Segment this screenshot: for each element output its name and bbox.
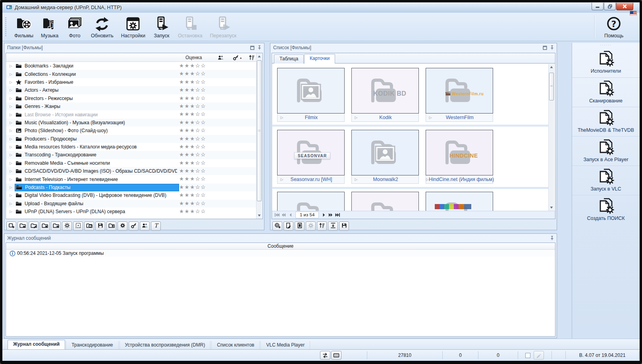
page-last-button[interactable] [334,212,341,218]
expand-arrow-icon[interactable]: ▷ [7,202,15,206]
log-row[interactable]: 00:56:24 2021-12-05 Запуск программы [6,250,555,257]
maximize-panel-icon[interactable] [543,46,547,50]
card-expand-arrow-icon[interactable]: ▷ [278,116,286,119]
folder-tree-item[interactable]: ▷ Favorites - Избранные ★★★☆☆ [6,78,256,86]
card-expand-arrow-icon[interactable]: ▷ [352,116,361,119]
page-next-button[interactable] [320,212,327,218]
list-save-button[interactable] [339,221,349,231]
users-filter-icon[interactable] [218,54,224,61]
media-card[interactable]: KODIK BD ▷Kodik [351,68,419,122]
list-align-button[interactable] [328,221,338,231]
scroll-down-button[interactable] [256,213,262,218]
folders-save-button[interactable] [95,221,105,231]
key-filter-icon[interactable]: ▲ [233,54,242,61]
folder-tree-item[interactable]: ▷ Upload - Входящие файлы ★★★☆☆ [6,200,256,208]
folders-selection-button[interactable] [73,221,83,231]
folders-list-header[interactable]: Оценка ▲ [6,53,262,62]
expand-arrow-icon[interactable]: ▷ [7,64,15,68]
toolbar-button-server-start[interactable]: Запуск [150,14,174,39]
titlebar[interactable]: Домашний медиа-сервер (UPnP, DLNA, HTTP) [2,2,640,13]
folder-tree-item[interactable]: ▷ Bookmarks - Закладки ★★★☆☆ [6,62,256,70]
toolbar-button-films-folder[interactable]: Фильмы [11,14,37,39]
language-flag-icon[interactable] [630,11,637,15]
rating-stars[interactable]: ★★★☆☆ [179,70,206,77]
rating-stars[interactable]: ★★★☆☆ [179,151,206,158]
list-web-add-button[interactable] [272,221,282,231]
rating-stars[interactable]: ★★★☆☆ [179,208,206,214]
rating-stars[interactable]: ★★★☆☆ [179,192,206,198]
cards-scrollbar[interactable] [548,64,554,211]
rating-stars[interactable]: ★★★☆☆ [179,79,206,85]
expand-arrow-icon[interactable]: ▷ [7,161,15,165]
expand-arrow-icon[interactable]: ▷ [7,137,15,141]
rating-stars[interactable]: ★★★☆☆ [179,175,206,182]
media-card-partial[interactable] [277,192,345,212]
scroll-thumb[interactable] [549,73,554,100]
folder-tree-item[interactable]: ▷ Internet Television - Интернет телевид… [6,175,256,183]
minimize-button[interactable] [592,3,603,10]
pin-icon[interactable] [257,45,262,50]
expand-arrow-icon[interactable]: ▷ [7,96,15,100]
bottom-tab-2[interactable]: Устройства воспроизведения (DMR) [120,341,211,349]
list-page-button[interactable] [295,221,305,231]
rating-stars[interactable]: ★★★☆☆ [179,184,206,190]
expand-arrow-icon[interactable]: ▷ [7,169,15,173]
page-next2-button[interactable] [327,212,334,218]
rating-stars[interactable]: ★★★☆☆ [179,111,206,117]
media-card[interactable]: ▷Moonwalk2 [351,130,419,184]
pin-icon[interactable] [550,236,554,241]
scroll-thumb[interactable] [257,60,262,201]
folders-folder-refresh-button[interactable] [84,221,94,231]
folders-folder-export-button[interactable] [106,221,116,231]
folders-folder-move-button[interactable] [51,221,61,231]
expand-arrow-icon[interactable]: ▷ [7,193,15,197]
sidebar-action-3[interactable]: Запуск в Ace Player [572,136,640,166]
bottom-tab-1[interactable]: Транскодирование [66,341,118,349]
media-card-partial[interactable] [426,192,493,212]
folders-clean-button[interactable] [62,221,72,231]
sidebar-action-0[interactable]: Исполнители [572,48,640,77]
media-card[interactable]: HINDCINE ▷HindCine.net (Индия фильм) [426,130,493,184]
rating-stars[interactable]: ★★★☆☆ [179,103,206,109]
bottom-tab-4[interactable]: VLC Media Player [260,341,310,349]
rating-stars[interactable]: ★★★☆☆ [179,127,206,133]
card-expand-arrow-icon[interactable]: ▷ [426,116,435,119]
folder-tree-item[interactable]: ▷ Media resources folders - Каталоги мед… [6,143,256,151]
folder-tree-item[interactable]: ▷ Removable Media - Съемные носители ★★★… [6,159,256,167]
rating-stars[interactable]: ★★★☆☆ [179,95,206,101]
list-brightness-button[interactable] [306,221,316,231]
rating-stars[interactable]: ★★★☆☆ [179,200,206,206]
list-tab-0[interactable]: Таблица [274,54,304,64]
folders-key-button[interactable] [129,221,139,231]
folders-settings-gear-button[interactable] [118,221,127,231]
expand-arrow-icon[interactable]: ▷ [7,72,15,76]
folder-tree-item[interactable]: ▷ Actors - Актеры ★★★☆☆ [6,86,256,94]
expand-arrow-icon[interactable]: ▷ [7,129,15,133]
rating-stars[interactable]: ★★★☆☆ [179,143,206,150]
maximize-panel-icon[interactable] [250,46,254,50]
rating-stars[interactable]: ★★★☆☆ [179,119,206,125]
scroll-up-button[interactable] [549,64,554,70]
folders-scrollbar[interactable] [256,53,262,219]
rating-stars[interactable]: ★★★☆☆ [179,168,206,174]
sidebar-drag-handle[interactable]: ······ [572,43,640,48]
expand-arrow-icon[interactable]: ▷ [7,185,15,189]
bottom-tab-0[interactable]: Журнал сообщений [8,340,65,349]
expand-arrow-icon[interactable]: ▷ [7,153,15,157]
folder-tree-item[interactable]: ▷ Music (Visualization) - Музыка (Визуал… [6,119,256,127]
remote-keypad-button[interactable] [331,351,341,360]
help-button[interactable]: ? Помощь [601,14,627,39]
expand-arrow-icon[interactable]: ▷ [7,121,15,125]
status-checkbox[interactable] [525,353,530,358]
folder-tree-item[interactable]: ▷ Podcasts - Подкасты ★★★☆☆ [6,183,256,191]
media-card[interactable]: WesternFilm.ru ▷WesternFilm [426,68,493,122]
rating-column-header[interactable]: Оценка [185,55,202,60]
sidebar-action-4[interactable]: Запуск в VLC [572,166,640,195]
toolbar-button-music-folder[interactable]: ♫ Музыка [38,14,62,39]
sidebar-action-1[interactable]: Сканирование [572,77,640,107]
folders-folder-add-button[interactable] [17,221,27,231]
folder-tree-item[interactable]: ▷ CD/SACD/DVD/DVD-A/BD Images (ISO) - Об… [6,167,256,175]
expand-arrow-icon[interactable]: ▷ [7,177,15,181]
pin-icon[interactable] [550,45,554,50]
scroll-up-button[interactable] [256,54,262,59]
